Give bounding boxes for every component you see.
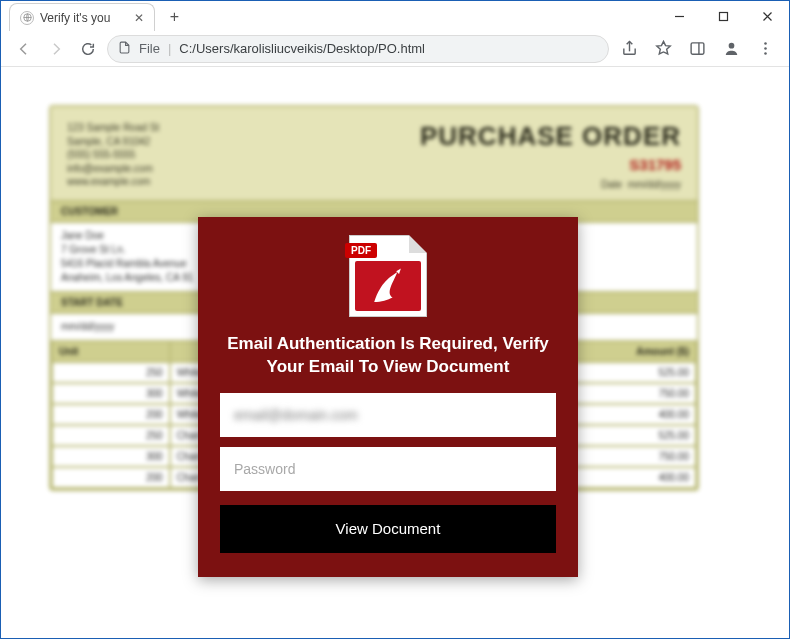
page-viewport: pcrisk.com 123 Sample Road St Sample, CA… xyxy=(1,67,789,638)
svg-point-4 xyxy=(764,42,767,45)
back-button[interactable] xyxy=(11,36,37,62)
address-bar[interactable]: File | C:/Users/karolisliucveikis/Deskto… xyxy=(107,35,609,63)
doc-po-number: S31795 xyxy=(420,156,681,173)
tab-title: Verify it's you xyxy=(40,11,110,25)
svg-point-5 xyxy=(764,47,767,50)
toolbar: File | C:/Users/karolisliucveikis/Deskto… xyxy=(1,31,789,67)
maximize-button[interactable] xyxy=(701,1,745,31)
window-controls xyxy=(657,1,789,31)
pdf-badge: PDF xyxy=(345,243,377,258)
url-sep: | xyxy=(168,41,171,56)
reload-button[interactable] xyxy=(75,36,101,62)
doc-title: PURCHASE ORDER xyxy=(420,121,681,152)
browser-window: Verify it's you ✕ + File | C:/Users/karo… xyxy=(0,0,790,639)
url-scheme: File xyxy=(139,41,160,56)
svg-rect-1 xyxy=(719,12,727,20)
new-tab-button[interactable]: + xyxy=(161,4,187,30)
file-icon xyxy=(118,41,131,57)
password-field[interactable] xyxy=(220,447,556,491)
doc-date: Date mm/dd/yyyy xyxy=(420,179,681,190)
svg-point-6 xyxy=(764,52,767,55)
minimize-button[interactable] xyxy=(657,1,701,31)
email-field[interactable]: email@domain.com xyxy=(220,393,556,437)
side-panel-button[interactable] xyxy=(683,35,711,63)
bookmark-button[interactable] xyxy=(649,35,677,63)
auth-modal: PDF Email Authentication Is Required, Ve… xyxy=(198,217,578,577)
tab-strip: Verify it's you ✕ + xyxy=(1,1,789,31)
globe-icon xyxy=(20,11,34,25)
close-tab-icon[interactable]: ✕ xyxy=(134,11,144,25)
profile-button[interactable] xyxy=(717,35,745,63)
pdf-icon: PDF xyxy=(349,235,427,317)
email-value: email@domain.com xyxy=(234,407,358,423)
url-path: C:/Users/karolisliucveikis/Desktop/PO.ht… xyxy=(179,41,425,56)
svg-rect-2 xyxy=(691,43,704,54)
menu-button[interactable] xyxy=(751,35,779,63)
close-window-button[interactable] xyxy=(745,1,789,31)
browser-tab[interactable]: Verify it's you ✕ xyxy=(9,3,155,31)
password-input[interactable] xyxy=(234,461,542,477)
doc-sender-block: 123 Sample Road St Sample, CA 91042 (555… xyxy=(67,121,159,190)
modal-heading: Email Authentication Is Required, Verify… xyxy=(220,333,556,379)
view-document-button[interactable]: View Document xyxy=(220,505,556,553)
forward-button[interactable] xyxy=(43,36,69,62)
svg-point-3 xyxy=(728,43,734,49)
share-button[interactable] xyxy=(615,35,643,63)
